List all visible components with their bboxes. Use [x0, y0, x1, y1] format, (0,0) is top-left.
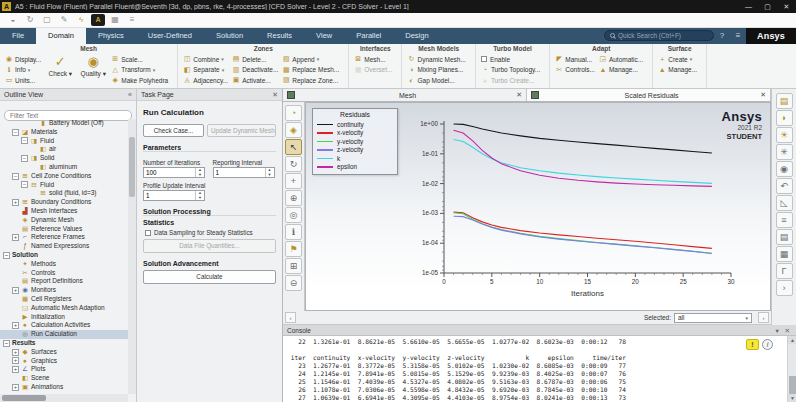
tree-item-battery-model-off[interactable]: ▮Battery Model (Off) — [0, 119, 128, 128]
mesh-display-icon[interactable]: ▤ — [776, 93, 793, 109]
separate-caret-icon[interactable]: ▾ — [222, 67, 225, 73]
ribbon-combine-button[interactable]: ◫Combine▾ — [183, 54, 228, 65]
tree-expander-icon[interactable]: – — [3, 252, 10, 259]
data-sampling-checkbox[interactable] — [145, 230, 151, 236]
ribbon-surface-manage-button[interactable]: ▲Manage... — [658, 65, 697, 76]
tree-item-fluid[interactable]: –⊟Fluid — [0, 181, 128, 190]
tab-close-icon[interactable]: ✕ — [516, 91, 522, 99]
tree-expander-icon[interactable]: + — [12, 384, 19, 391]
update-dynamic-mesh-button[interactable]: Update Dynamic Mesh... — [207, 124, 276, 137]
eye-icon[interactable]: ◉ — [776, 161, 793, 177]
ribbon-turbo-topology-button[interactable]: ◔Turbo Topology... — [481, 65, 540, 76]
pencil-icon[interactable]: ✎ — [57, 14, 71, 26]
combine-caret-icon[interactable]: ▾ — [221, 56, 224, 62]
ribbon-adapt-manage-button[interactable]: ▲Manage... — [599, 65, 643, 76]
tree-item-calculation-activities[interactable]: +●Calculation Activities — [0, 321, 128, 330]
tree-item-reference-values[interactable]: ▤Reference Values — [0, 225, 128, 234]
lightning-icon[interactable]: ϟ — [74, 14, 88, 26]
warning-icon[interactable]: ! — [746, 339, 759, 350]
ribbon-delete-button[interactable]: ▤Delete... — [232, 54, 278, 65]
info-caret-icon[interactable]: ▾ — [28, 67, 31, 73]
selected-dropdown[interactable]: all ▾ — [674, 313, 752, 323]
probe-icon[interactable]: ◈ — [285, 122, 302, 138]
tree-item-results[interactable]: –Results — [0, 339, 128, 348]
undo-icon[interactable]: ↶ — [776, 178, 793, 194]
tree-expander-icon[interactable]: – — [21, 181, 28, 188]
tree-item-solid[interactable]: –◨Solid — [0, 154, 128, 163]
pointer-icon[interactable]: ↖ — [285, 139, 302, 155]
reporting-interval-input[interactable] — [214, 168, 265, 177]
tree-expander-icon[interactable]: + — [12, 366, 19, 373]
save-icon[interactable]: ◒ — [6, 14, 20, 26]
menu-tab-solution[interactable]: Solution — [204, 28, 255, 44]
menu-tab-domain[interactable]: Domain — [36, 28, 86, 44]
tree-item-cell-zone-conditions[interactable]: –⊞Cell Zone Conditions — [0, 172, 128, 181]
tree-item-materials[interactable]: –◪Materials — [0, 128, 128, 137]
flag-icon[interactable]: ⚑ — [285, 241, 302, 257]
tree-vertical-scrollbar[interactable] — [128, 119, 136, 394]
profile-update-interval-stepper[interactable]: ▲▼ — [143, 190, 205, 201]
menu-tab-design[interactable]: Design — [393, 28, 440, 44]
console-header-icons[interactable]: ▾ ✕ — [775, 325, 792, 335]
tree-item-air[interactable]: ◧air — [0, 145, 128, 154]
ribbon-replace-zone-button[interactable]: ▨Replace Zone... — [282, 75, 339, 86]
ribbon-display-button[interactable]: ◉Display... — [5, 54, 41, 65]
tree-item-dynamic-mesh[interactable]: ◈Dynamic Mesh — [0, 216, 128, 225]
tree-item-report-definitions[interactable]: ▤Report Definitions — [0, 277, 128, 286]
menu-tab-results[interactable]: Results — [255, 28, 304, 44]
turbo-enable-checkbox[interactable] — [481, 56, 487, 62]
check-case-button[interactable]: Check Case... — [143, 124, 204, 137]
tree-item-monitors[interactable]: +◉Monitors — [0, 286, 128, 295]
transform-caret-icon[interactable]: ▾ — [153, 67, 156, 73]
tree-item-controls[interactable]: ✂Controls — [0, 269, 128, 278]
ribbon-activate-button[interactable]: ▣Activate... — [232, 75, 278, 86]
pan-icon[interactable]: + — [285, 173, 302, 189]
tree-expander-icon[interactable]: + — [12, 349, 19, 356]
hand-icon[interactable]: ◗ — [776, 110, 793, 126]
menu-tab-file[interactable]: File — [0, 28, 36, 44]
quick-search-input[interactable]: Quick Search (Ctrl+F) — [604, 30, 714, 41]
report-icon[interactable]: ▤ — [776, 229, 793, 245]
ribbon-adjacency-button[interactable]: ◬Adjacency... — [183, 75, 228, 86]
tab-scroll-right-icon[interactable]: › — [758, 312, 769, 323]
tree-item-boundary-conditions[interactable]: +⊞Boundary Conditions — [0, 198, 128, 207]
tree-expander-icon[interactable]: + — [12, 357, 19, 364]
tree-item-reference-frames[interactable]: +⌐Reference Frames — [0, 233, 128, 242]
ribbon-make-polyhedra-button[interactable]: ◈Make Polyhedra — [111, 75, 168, 86]
menu-tab-view[interactable]: View — [304, 28, 344, 44]
ribbon-adapt-automatic-button[interactable]: ◲Automatic... — [599, 54, 643, 65]
collapse-panel-icon[interactable]: « — [128, 89, 132, 100]
tree-item-animations[interactable]: +▣Animations — [0, 383, 128, 392]
ribbon-overset-button[interactable]: ▦Overset... — [354, 65, 392, 76]
calculate-button[interactable]: Calculate — [143, 270, 276, 284]
corner-icon[interactable]: Γ — [776, 263, 793, 279]
tree-expander-icon[interactable]: – — [21, 137, 28, 144]
zoom-in-icon[interactable]: ⊕ — [285, 190, 302, 206]
info-circle-icon[interactable]: i — [762, 339, 773, 350]
plot-icon[interactable]: ◺ — [776, 195, 793, 211]
tree-item-plots[interactable]: +∠Plots — [0, 365, 128, 374]
orbit-icon[interactable]: ◔ — [285, 105, 302, 121]
task-page-close-icon[interactable]: ✕ — [272, 89, 278, 100]
copy-screen-icon[interactable]: ▢ — [40, 14, 54, 26]
tree-item-fluid[interactable]: –◨Fluid — [0, 137, 128, 146]
tree-item-methods[interactable]: ✦Methods — [0, 260, 128, 269]
tree-expander-icon[interactable]: – — [12, 129, 19, 136]
menu-tab-user-defined[interactable]: User-Defined — [136, 28, 204, 44]
gear-icon[interactable]: ✳ — [776, 144, 793, 160]
tree-horizontal-scrollbar[interactable] — [0, 394, 128, 402]
more-icon[interactable]: › — [776, 280, 793, 296]
tree-item-surfaces[interactable]: +◆Surfaces — [0, 348, 128, 357]
tree-item-cell-registers[interactable]: ▦Cell Registers — [0, 295, 128, 304]
grid-icon[interactable]: ▦ — [108, 14, 122, 26]
layout-icon[interactable]: ≡ — [125, 14, 139, 26]
highlight-icon[interactable]: ☀ — [776, 127, 793, 143]
list-icon[interactable]: ≡ — [730, 28, 746, 44]
tree-expander-icon[interactable]: + — [12, 322, 19, 329]
ribbon-turbo-create-button[interactable]: ◕Turbo Create... — [481, 75, 540, 86]
tree-item-aluminum[interactable]: ◧aluminum — [0, 163, 128, 172]
menu-tab-physics[interactable]: Physics — [86, 28, 136, 44]
reporting-interval-stepper[interactable]: ▲▼ — [213, 167, 275, 178]
ribbon-surface-create-button[interactable]: +Create▾ — [658, 54, 697, 65]
tree-item-run-calculation[interactable]: ◎Run Calculation — [0, 330, 128, 339]
